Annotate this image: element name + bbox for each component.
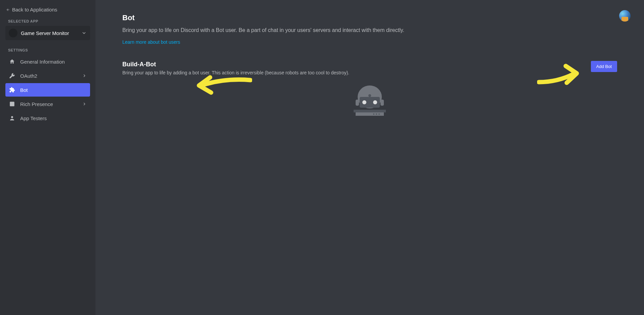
robot-illustration <box>122 83 617 117</box>
home-icon <box>9 59 15 65</box>
app-selector[interactable]: Game Server Monitor <box>5 26 90 40</box>
nav-item-label: General Information <box>20 59 87 65</box>
chevron-right-icon <box>82 102 87 106</box>
selected-app-label: SELECTED APP <box>8 19 90 23</box>
nav-item-label: OAuth2 <box>20 73 77 79</box>
svg-rect-7 <box>354 110 386 112</box>
page-title: Bot <box>122 13 617 22</box>
svg-rect-5 <box>356 100 359 106</box>
app-name: Game Server Monitor <box>21 30 78 36</box>
sidebar: Back to Applications SELECTED APP Game S… <box>0 0 95 315</box>
back-label: Back to Applications <box>12 7 57 12</box>
wrench-icon <box>9 73 15 79</box>
svg-point-11 <box>378 113 380 115</box>
chevron-down-icon <box>81 30 87 36</box>
puzzle-icon <box>9 87 15 93</box>
arrow-left-icon <box>6 8 10 12</box>
nav-general-information[interactable]: General Information <box>5 55 90 68</box>
person-icon <box>9 115 15 121</box>
svg-point-10 <box>376 113 377 115</box>
page-description: Bring your app to life on Discord with a… <box>122 26 617 34</box>
svg-point-3 <box>373 100 377 104</box>
document-icon <box>9 101 15 107</box>
build-heading: Build-A-Bot <box>122 61 349 68</box>
user-avatar[interactable] <box>619 10 631 22</box>
learn-more-link[interactable]: Learn more about bot users <box>122 39 180 45</box>
nav-item-label: Rich Presence <box>20 101 77 107</box>
nav-item-label: App Testers <box>20 115 87 121</box>
nav-oauth2[interactable]: OAuth2 <box>5 69 90 82</box>
back-to-applications-link[interactable]: Back to Applications <box>5 5 90 16</box>
svg-point-9 <box>373 113 374 115</box>
nav-app-testers[interactable]: App Testers <box>5 111 90 125</box>
svg-point-2 <box>362 100 366 104</box>
build-a-bot-text: Build-A-Bot Bring your app to life by ad… <box>122 61 349 75</box>
chevron-right-icon <box>82 73 87 78</box>
settings-label: SETTINGS <box>8 48 90 52</box>
nav-bot[interactable]: Bot <box>5 83 90 97</box>
svg-rect-6 <box>380 100 384 106</box>
build-subtext: Bring your app to life by adding a bot u… <box>122 70 349 75</box>
nav-item-label: Bot <box>20 87 87 93</box>
build-a-bot-section: Build-A-Bot Bring your app to life by ad… <box>122 61 617 75</box>
svg-point-4 <box>368 94 371 97</box>
app-icon <box>9 29 17 37</box>
main-content: Bot Bring your app to life on Discord wi… <box>95 0 644 315</box>
nav-rich-presence[interactable]: Rich Presence <box>5 97 90 111</box>
settings-nav: General Information OAuth2 Bot Rich Pres… <box>5 55 90 125</box>
add-bot-button[interactable]: Add Bot <box>591 61 617 72</box>
